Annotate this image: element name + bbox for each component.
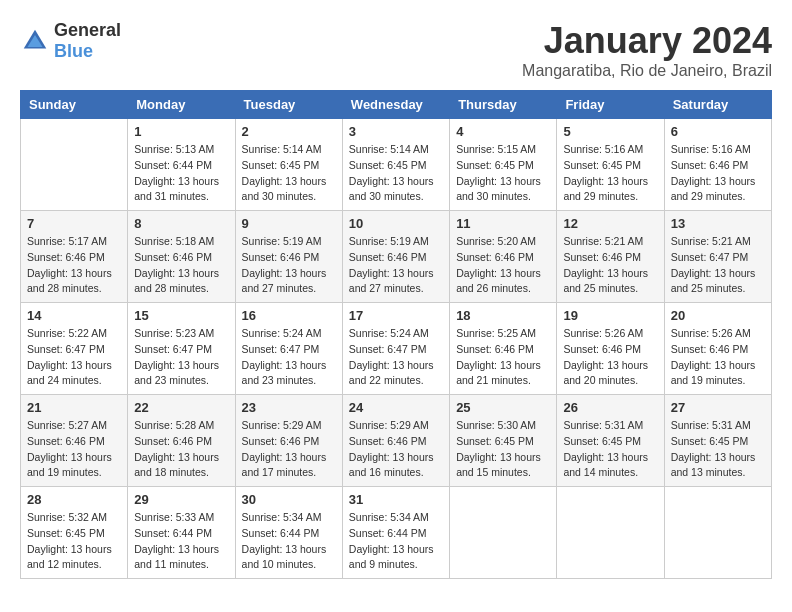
weekday-header-saturday: Saturday (664, 91, 771, 119)
logo-icon (20, 26, 50, 56)
calendar-cell: 18Sunrise: 5:25 AMSunset: 6:46 PMDayligh… (450, 303, 557, 395)
logo-text-general: General (54, 20, 121, 40)
calendar-cell: 15Sunrise: 5:23 AMSunset: 6:47 PMDayligh… (128, 303, 235, 395)
day-info: Sunrise: 5:33 AMSunset: 6:44 PMDaylight:… (134, 510, 228, 573)
day-info: Sunrise: 5:25 AMSunset: 6:46 PMDaylight:… (456, 326, 550, 389)
calendar-cell (450, 487, 557, 579)
title-section: January 2024 Mangaratiba, Rio de Janeiro… (522, 20, 772, 80)
day-number: 24 (349, 400, 443, 415)
location-title: Mangaratiba, Rio de Janeiro, Brazil (522, 62, 772, 80)
calendar-cell (664, 487, 771, 579)
calendar-cell: 30Sunrise: 5:34 AMSunset: 6:44 PMDayligh… (235, 487, 342, 579)
calendar-cell: 10Sunrise: 5:19 AMSunset: 6:46 PMDayligh… (342, 211, 449, 303)
day-number: 7 (27, 216, 121, 231)
calendar-table: SundayMondayTuesdayWednesdayThursdayFrid… (20, 90, 772, 579)
day-number: 29 (134, 492, 228, 507)
day-info: Sunrise: 5:13 AMSunset: 6:44 PMDaylight:… (134, 142, 228, 205)
day-number: 31 (349, 492, 443, 507)
day-number: 15 (134, 308, 228, 323)
calendar-week-row: 7Sunrise: 5:17 AMSunset: 6:46 PMDaylight… (21, 211, 772, 303)
day-number: 5 (563, 124, 657, 139)
day-number: 19 (563, 308, 657, 323)
day-info: Sunrise: 5:29 AMSunset: 6:46 PMDaylight:… (349, 418, 443, 481)
day-number: 25 (456, 400, 550, 415)
calendar-cell: 16Sunrise: 5:24 AMSunset: 6:47 PMDayligh… (235, 303, 342, 395)
calendar-cell: 26Sunrise: 5:31 AMSunset: 6:45 PMDayligh… (557, 395, 664, 487)
day-number: 30 (242, 492, 336, 507)
day-info: Sunrise: 5:24 AMSunset: 6:47 PMDaylight:… (349, 326, 443, 389)
day-info: Sunrise: 5:23 AMSunset: 6:47 PMDaylight:… (134, 326, 228, 389)
calendar-week-row: 14Sunrise: 5:22 AMSunset: 6:47 PMDayligh… (21, 303, 772, 395)
calendar-cell: 23Sunrise: 5:29 AMSunset: 6:46 PMDayligh… (235, 395, 342, 487)
day-number: 9 (242, 216, 336, 231)
day-info: Sunrise: 5:20 AMSunset: 6:46 PMDaylight:… (456, 234, 550, 297)
calendar-cell: 13Sunrise: 5:21 AMSunset: 6:47 PMDayligh… (664, 211, 771, 303)
day-info: Sunrise: 5:26 AMSunset: 6:46 PMDaylight:… (563, 326, 657, 389)
weekday-header-row: SundayMondayTuesdayWednesdayThursdayFrid… (21, 91, 772, 119)
day-number: 3 (349, 124, 443, 139)
day-info: Sunrise: 5:16 AMSunset: 6:46 PMDaylight:… (671, 142, 765, 205)
calendar-cell: 5Sunrise: 5:16 AMSunset: 6:45 PMDaylight… (557, 119, 664, 211)
calendar-cell: 24Sunrise: 5:29 AMSunset: 6:46 PMDayligh… (342, 395, 449, 487)
day-number: 2 (242, 124, 336, 139)
calendar-cell: 4Sunrise: 5:15 AMSunset: 6:45 PMDaylight… (450, 119, 557, 211)
weekday-header-thursday: Thursday (450, 91, 557, 119)
day-info: Sunrise: 5:24 AMSunset: 6:47 PMDaylight:… (242, 326, 336, 389)
calendar-cell: 28Sunrise: 5:32 AMSunset: 6:45 PMDayligh… (21, 487, 128, 579)
day-number: 21 (27, 400, 121, 415)
day-info: Sunrise: 5:28 AMSunset: 6:46 PMDaylight:… (134, 418, 228, 481)
calendar-cell: 27Sunrise: 5:31 AMSunset: 6:45 PMDayligh… (664, 395, 771, 487)
day-info: Sunrise: 5:17 AMSunset: 6:46 PMDaylight:… (27, 234, 121, 297)
day-number: 17 (349, 308, 443, 323)
calendar-cell: 31Sunrise: 5:34 AMSunset: 6:44 PMDayligh… (342, 487, 449, 579)
day-number: 4 (456, 124, 550, 139)
day-info: Sunrise: 5:21 AMSunset: 6:47 PMDaylight:… (671, 234, 765, 297)
day-info: Sunrise: 5:32 AMSunset: 6:45 PMDaylight:… (27, 510, 121, 573)
calendar-cell: 19Sunrise: 5:26 AMSunset: 6:46 PMDayligh… (557, 303, 664, 395)
day-info: Sunrise: 5:27 AMSunset: 6:46 PMDaylight:… (27, 418, 121, 481)
day-info: Sunrise: 5:14 AMSunset: 6:45 PMDaylight:… (242, 142, 336, 205)
day-number: 10 (349, 216, 443, 231)
weekday-header-tuesday: Tuesday (235, 91, 342, 119)
day-number: 23 (242, 400, 336, 415)
day-number: 26 (563, 400, 657, 415)
calendar-cell: 2Sunrise: 5:14 AMSunset: 6:45 PMDaylight… (235, 119, 342, 211)
day-info: Sunrise: 5:34 AMSunset: 6:44 PMDaylight:… (242, 510, 336, 573)
calendar-cell: 22Sunrise: 5:28 AMSunset: 6:46 PMDayligh… (128, 395, 235, 487)
weekday-header-wednesday: Wednesday (342, 91, 449, 119)
calendar-cell: 6Sunrise: 5:16 AMSunset: 6:46 PMDaylight… (664, 119, 771, 211)
day-number: 13 (671, 216, 765, 231)
calendar-cell: 17Sunrise: 5:24 AMSunset: 6:47 PMDayligh… (342, 303, 449, 395)
month-title: January 2024 (522, 20, 772, 62)
weekday-header-sunday: Sunday (21, 91, 128, 119)
day-number: 11 (456, 216, 550, 231)
day-number: 27 (671, 400, 765, 415)
day-number: 6 (671, 124, 765, 139)
calendar-cell: 12Sunrise: 5:21 AMSunset: 6:46 PMDayligh… (557, 211, 664, 303)
calendar-cell: 7Sunrise: 5:17 AMSunset: 6:46 PMDaylight… (21, 211, 128, 303)
calendar-week-row: 28Sunrise: 5:32 AMSunset: 6:45 PMDayligh… (21, 487, 772, 579)
day-info: Sunrise: 5:31 AMSunset: 6:45 PMDaylight:… (563, 418, 657, 481)
day-number: 16 (242, 308, 336, 323)
calendar-cell: 3Sunrise: 5:14 AMSunset: 6:45 PMDaylight… (342, 119, 449, 211)
day-info: Sunrise: 5:19 AMSunset: 6:46 PMDaylight:… (242, 234, 336, 297)
day-info: Sunrise: 5:15 AMSunset: 6:45 PMDaylight:… (456, 142, 550, 205)
weekday-header-monday: Monday (128, 91, 235, 119)
day-info: Sunrise: 5:16 AMSunset: 6:45 PMDaylight:… (563, 142, 657, 205)
day-info: Sunrise: 5:34 AMSunset: 6:44 PMDaylight:… (349, 510, 443, 573)
day-number: 14 (27, 308, 121, 323)
day-info: Sunrise: 5:18 AMSunset: 6:46 PMDaylight:… (134, 234, 228, 297)
weekday-header-friday: Friday (557, 91, 664, 119)
day-number: 12 (563, 216, 657, 231)
logo: General Blue (20, 20, 121, 62)
day-info: Sunrise: 5:22 AMSunset: 6:47 PMDaylight:… (27, 326, 121, 389)
calendar-cell: 1Sunrise: 5:13 AMSunset: 6:44 PMDaylight… (128, 119, 235, 211)
calendar-cell: 29Sunrise: 5:33 AMSunset: 6:44 PMDayligh… (128, 487, 235, 579)
calendar-cell (557, 487, 664, 579)
day-info: Sunrise: 5:30 AMSunset: 6:45 PMDaylight:… (456, 418, 550, 481)
day-info: Sunrise: 5:29 AMSunset: 6:46 PMDaylight:… (242, 418, 336, 481)
day-info: Sunrise: 5:19 AMSunset: 6:46 PMDaylight:… (349, 234, 443, 297)
day-info: Sunrise: 5:26 AMSunset: 6:46 PMDaylight:… (671, 326, 765, 389)
day-info: Sunrise: 5:21 AMSunset: 6:46 PMDaylight:… (563, 234, 657, 297)
calendar-week-row: 1Sunrise: 5:13 AMSunset: 6:44 PMDaylight… (21, 119, 772, 211)
